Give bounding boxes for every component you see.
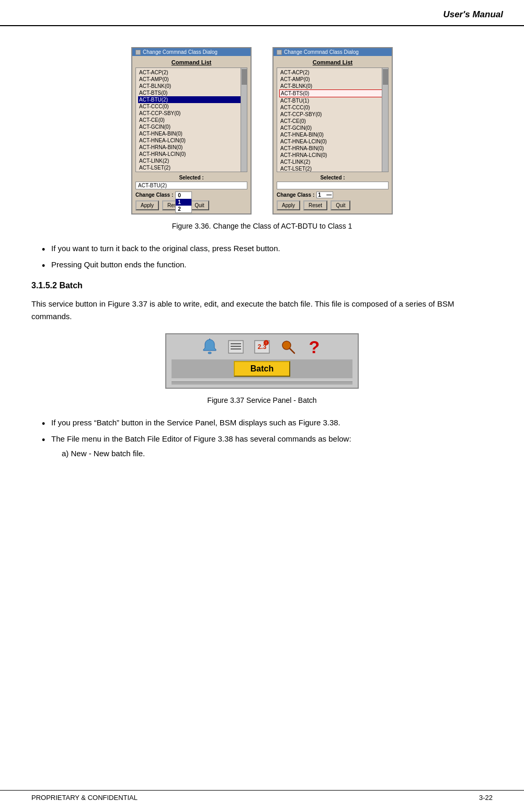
command-item-2-0[interactable]: ACT-ACP(2) [279, 69, 386, 76]
command-item-1-9[interactable]: ACT-HNEA-BIN(0) [138, 130, 245, 137]
command-item-2-2[interactable]: ACT-BLNK(0) [279, 83, 386, 89]
command-item-1-6[interactable]: ACT-CCP-SBY(0) [138, 110, 245, 117]
footer-left: PROPRIETARY & CONFIDENTIAL [31, 794, 138, 802]
dialog-buttons-2: Apply Reset Quit [277, 200, 389, 210]
svg-rect-2 [229, 341, 243, 353]
dropdown-list-1[interactable]: 0 1 2 [175, 191, 192, 213]
command-list-1[interactable]: ACT-ACP(2)ACT-AMP(0)ACT-BLNK(0)ACT-BTS(0… [135, 67, 247, 172]
dialog-before: Change Commnad Class Dialog Command List… [131, 47, 252, 215]
figure-36-caption: Figure 3.36. Change the Class of ACT-BDT… [31, 222, 493, 230]
dialog-min-btn-1[interactable] [135, 50, 141, 55]
dropdown-option-2[interactable]: 2 [176, 206, 191, 212]
bullet-item-1: If you want to turn it back to the origi… [42, 243, 493, 255]
bullet-list-2: If you press “Batch” button in the Servi… [31, 417, 493, 460]
command-item-2-11[interactable]: ACT-HRNA-BIN(0) [279, 145, 386, 152]
dropdown-option-1[interactable]: 1 [176, 199, 191, 206]
command-item-1-8[interactable]: ACT-GCIN(0) [138, 123, 245, 130]
command-list-title-2: Command List [277, 59, 389, 65]
command-item-2-3[interactable]: ACT-BTS(0) [279, 89, 386, 97]
figure-37-container: 2.3 ! ? [31, 333, 493, 389]
command-item-1-3[interactable]: ACT-BTS(0) [138, 89, 245, 96]
command-list-inner-1: ACT-ACP(2)ACT-AMP(0)ACT-BLNK(0)ACT-BTS(0… [136, 68, 247, 172]
scrollbar-thumb-1 [242, 69, 247, 85]
search-icon[interactable] [279, 337, 298, 356]
command-item-2-10[interactable]: ACT-HNEA-LCIN(0) [279, 138, 386, 145]
sub-bullet-a: a) New - New batch file. [62, 448, 493, 460]
help-icon[interactable]: ? [305, 337, 324, 356]
scrollbar-1[interactable] [241, 68, 247, 172]
command-item-1-5[interactable]: ACT-CCC(0) [138, 103, 245, 110]
service-panel-icons: 2.3 ! ? [200, 337, 324, 356]
command-item-2-1[interactable]: ACT-AMP(0) [279, 76, 386, 83]
batch-button-wrapper: Batch [172, 359, 352, 378]
command-item-2-7[interactable]: ACT-CE(0) [279, 118, 386, 125]
change-class-label-2: Change Class : [277, 192, 314, 198]
command-list-title-1: Command List [135, 59, 247, 65]
apply-button-1[interactable]: Apply [135, 200, 159, 210]
command-item-1-0[interactable]: ACT-ACP(2) [138, 69, 245, 76]
dialog-body-1: Command List ACT-ACP(2)ACT-AMP(0)ACT-BLN… [132, 56, 250, 213]
command-item-2-6[interactable]: ACT-CCP-SBY(0) [279, 111, 386, 118]
service-panel-bottom-bar [172, 381, 352, 385]
dialog-min-btn-2[interactable] [277, 50, 282, 55]
selected-value-1: ACT-BTU(2) [135, 182, 247, 189]
change-class-row-2: Change Class : 1 — [277, 191, 389, 198]
bullet-item-3: If you press “Batch” button in the Servi… [42, 417, 493, 429]
command-list-2[interactable]: ACT-ACP(2)ACT-AMP(0)ACT-BLNK(0)ACT-BTS(0… [277, 67, 389, 172]
command-item-1-2[interactable]: ACT-BLNK(0) [138, 83, 245, 89]
apply-button-2[interactable]: Apply [277, 200, 300, 210]
command-item-1-7[interactable]: ACT-CE(0) [138, 117, 245, 123]
command-item-2-14[interactable]: ACT-LSET(2) [279, 165, 386, 172]
command-item-1-12[interactable]: ACT-HRNA-LCIN(0) [138, 151, 245, 157]
change-class-label-1: Change Class : [135, 192, 173, 198]
dialog-title-1: Change Commnad Class Dialog [143, 49, 218, 55]
command-item-1-10[interactable]: ACT-HNEA-LCIN(0) [138, 137, 245, 144]
figure-37-caption: Figure 3.37 Service Panel - Batch [31, 396, 493, 404]
page-header: User's Manual [0, 0, 524, 26]
dialog-after: Change Commnad Class Dialog Command List… [272, 47, 393, 215]
bullet-item-4: The File menu in the Batch File Editor o… [42, 433, 493, 460]
selected-label-2: Selected : [277, 175, 389, 181]
command-item-2-12[interactable]: ACT-HRNA-LCIN(0) [279, 152, 386, 159]
list-icon[interactable] [226, 337, 245, 356]
command-item-2-9[interactable]: ACT-HNEA-BIN(0) [279, 131, 386, 138]
dialog-titlebar-2: Change Commnad Class Dialog [274, 48, 392, 56]
bullet-item-2: Pressing Quit button ends the function. [42, 259, 493, 271]
service-panel-img: 2.3 ! ? [165, 333, 359, 389]
svg-line-11 [290, 348, 294, 353]
dialog-body-2: Command List ACT-ACP(2)ACT-AMP(0)ACT-BLN… [274, 56, 392, 213]
scrollbar-thumb-2 [383, 69, 388, 85]
selected-label-1: Selected : [135, 175, 247, 181]
command-item-2-8[interactable]: ACT-GCIN(0) [279, 125, 386, 131]
command-item-1-13[interactable]: ACT-LINK(2) [138, 157, 245, 164]
svg-rect-0 [208, 352, 211, 354]
command-item-2-5[interactable]: ACT-CCC(0) [279, 104, 386, 111]
section-heading: 3.1.5.2 Batch [31, 281, 493, 290]
command-item-2-4[interactable]: ACT-BTU(1) [279, 97, 386, 104]
command-item-1-4[interactable]: ACT-BTU(2) [138, 96, 245, 103]
page-footer: PROPRIETARY & CONFIDENTIAL 3-22 [0, 790, 524, 802]
dropdown-option-0[interactable]: 0 [176, 192, 191, 199]
dropdown-arrow-2: — [326, 192, 332, 198]
scrollbar-2[interactable] [382, 68, 388, 172]
dropdown-value-2: 1 [318, 192, 321, 198]
bell-icon[interactable] [200, 337, 219, 356]
command-item-1-14[interactable]: ACT-LSET(2) [138, 164, 245, 171]
command-item-2-13[interactable]: ACT-LINK(2) [279, 159, 386, 165]
body-text: This service button in Figure 3.37 is ab… [31, 298, 493, 323]
selected-value-2 [277, 182, 389, 189]
dialog-titlebar-1: Change Commnad Class Dialog [132, 48, 250, 56]
svg-text:!: ! [266, 341, 267, 345]
schedule-icon[interactable]: 2.3 ! [253, 337, 271, 356]
class-dropdown-2[interactable]: 1 — [316, 191, 333, 198]
footer-right: 3-22 [479, 794, 493, 802]
batch-button[interactable]: Batch [234, 361, 290, 377]
dialog-title-2: Change Commnad Class Dialog [284, 49, 359, 55]
quit-button-2[interactable]: Quit [331, 200, 350, 210]
svg-text:?: ? [309, 337, 320, 356]
quit-button-1[interactable]: Quit [189, 200, 209, 210]
reset-button-2[interactable]: Reset [303, 200, 327, 210]
command-list-inner-2: ACT-ACP(2)ACT-AMP(0)ACT-BLNK(0)ACT-BTS(0… [277, 68, 388, 172]
command-item-1-1[interactable]: ACT-AMP(0) [138, 76, 245, 83]
command-item-1-11[interactable]: ACT-HRNA-BIN(0) [138, 144, 245, 151]
